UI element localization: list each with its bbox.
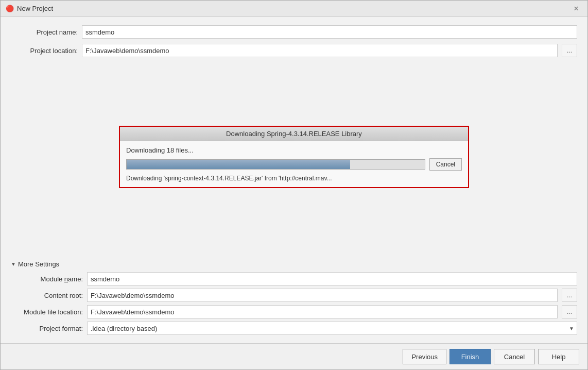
project-format-row: Project format: .idea (directory based) … [16, 322, 577, 335]
download-url: Downloading 'spring-context-4.3.14.RELEA… [126, 175, 462, 182]
finish-button[interactable]: Finish [449, 349, 491, 364]
project-location-browse-button[interactable]: ... [562, 44, 577, 57]
more-settings-label: More Settings [18, 260, 59, 268]
download-body: Downloading 18 files... Cancel Downloadi… [120, 141, 468, 187]
project-name-label: Project name: [11, 28, 78, 36]
download-title: Downloading Spring-4.3.14.RELEASE Librar… [120, 127, 468, 141]
module-file-location-row: Module file location: ... [16, 305, 577, 318]
footer: Previous Finish Cancel Help [1, 343, 587, 369]
download-status: Downloading 18 files... [126, 146, 462, 154]
progress-row: Cancel [126, 158, 462, 171]
title-bar-left: 🔴 New Project [6, 5, 53, 13]
new-project-dialog: 🔴 New Project × Project name: Project lo… [0, 0, 588, 370]
app-icon: 🔴 [6, 5, 14, 13]
module-file-location-input[interactable] [87, 305, 558, 318]
module-name-input[interactable] [87, 272, 577, 285]
title-bar: 🔴 New Project × [1, 1, 587, 17]
project-name-row: Project name: [11, 25, 577, 39]
project-location-row: Project location: ... [11, 44, 577, 57]
content-root-input[interactable] [87, 289, 558, 302]
window-title: New Project [17, 5, 53, 12]
module-file-location-label: Module file location: [16, 308, 83, 316]
cancel-button[interactable]: Cancel [494, 349, 535, 364]
project-format-select-wrapper: .idea (directory based) .ipr (file based… [87, 322, 577, 335]
progress-bar-fill [127, 160, 350, 169]
module-file-location-browse-button[interactable]: ... [562, 305, 577, 318]
more-settings-header[interactable]: ▼ More Settings [11, 260, 577, 268]
module-name-label: Module name: [16, 275, 83, 283]
more-settings-rows: Module name: Content root: ... Module fi… [11, 272, 577, 335]
content-root-label: Content root: [16, 292, 83, 299]
triangle-down-icon: ▼ [11, 261, 16, 267]
content-root-row: Content root: ... [16, 289, 577, 302]
download-area: Downloading Spring-4.3.14.RELEASE Librar… [119, 126, 469, 188]
project-location-input[interactable] [82, 44, 558, 57]
previous-button[interactable]: Previous [403, 349, 446, 364]
project-format-select[interactable]: .idea (directory based) .ipr (file based… [87, 322, 577, 335]
more-settings-section: ▼ More Settings Module name: Content roo… [11, 260, 577, 335]
download-cancel-button[interactable]: Cancel [429, 158, 462, 171]
module-name-row: Module name: [16, 272, 577, 285]
project-location-label: Project location: [11, 47, 78, 55]
project-format-label: Project format: [16, 325, 83, 332]
project-name-input[interactable] [82, 25, 577, 39]
close-button[interactable]: × [570, 3, 582, 15]
help-button[interactable]: Help [538, 349, 579, 364]
content-root-browse-button[interactable]: ... [562, 289, 577, 302]
content-area: Project name: Project location: ... Down… [1, 17, 587, 343]
progress-bar-container [126, 159, 425, 170]
